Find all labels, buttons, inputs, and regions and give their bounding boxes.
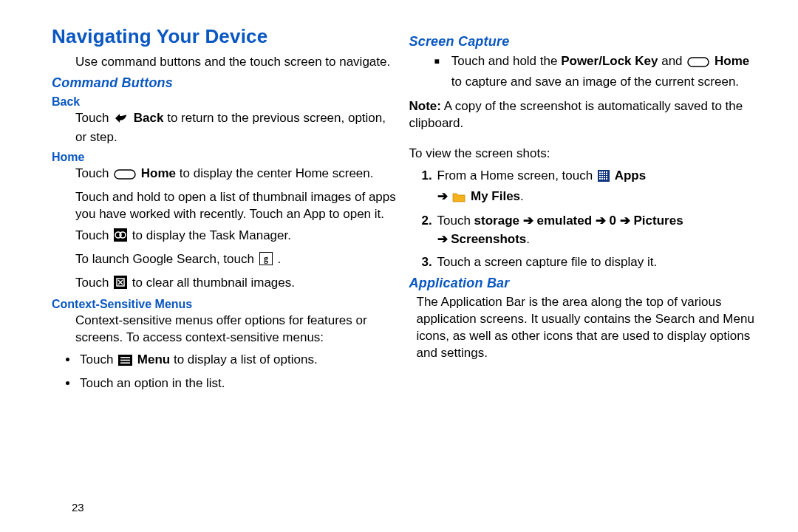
svg-rect-17 (601, 171, 603, 173)
arrow-icon: ➔ (437, 232, 448, 246)
text-fragment: to capture and save an image of the curr… (451, 75, 739, 89)
step-1: From a Home screen, touch Apps ➔ My File… (436, 167, 758, 208)
text-fragment: Touch and hold the (451, 54, 561, 68)
apps-grid-icon (598, 169, 610, 188)
step-3: Touch a screen capture file to display i… (436, 253, 758, 272)
text-fragment: to display the center Home screen. (180, 166, 374, 180)
text-bold: Home (715, 54, 749, 68)
text-bold: Power/Lock Key (561, 54, 658, 68)
text-bold: My Files (471, 189, 520, 203)
menu-icon (118, 353, 132, 372)
svg-rect-11 (120, 357, 130, 358)
text-bold: storage (474, 214, 519, 228)
text-bold: Apps (615, 168, 647, 183)
context-bullet-1: Touch Menu to display a list of options. (78, 351, 400, 372)
text-fragment: Touch (80, 352, 117, 366)
home-button-icon (114, 168, 136, 185)
heading-application-bar: Application Bar (409, 276, 758, 291)
svg-text:g: g (264, 253, 268, 264)
clear-all-icon (114, 276, 127, 294)
screen-capture-text: Touch and hold the Power/Lock Key and Ho… (451, 52, 757, 91)
application-bar-desc: The Application Bar is the area along th… (409, 294, 758, 362)
svg-rect-0 (115, 170, 135, 179)
google-search-icon: g (259, 252, 273, 270)
svg-rect-27 (606, 176, 607, 177)
svg-rect-18 (604, 171, 605, 173)
home-desc-2: Touch and hold to open a list of thumbna… (52, 189, 400, 223)
svg-rect-25 (601, 176, 603, 177)
step-2: Touch storage ➔ emulated ➔ 0 ➔ Pictures … (436, 212, 758, 248)
back-desc: Touch Back to return to the previous scr… (52, 110, 400, 146)
heading-screen-capture: Screen Capture (409, 34, 758, 50)
svg-rect-12 (120, 360, 130, 361)
note-text: Note: A copy of the screenshot is automa… (409, 98, 758, 132)
text-fragment: Touch (75, 166, 112, 180)
svg-rect-20 (599, 174, 601, 175)
screenshot-steps: From a Home screen, touch Apps ➔ My File… (409, 167, 758, 271)
text-bold: Pictures (634, 214, 683, 228)
arrow-icon: ➔ (596, 214, 606, 228)
svg-rect-21 (601, 174, 603, 175)
text-fragment: . (520, 189, 524, 203)
context-bullets: Touch Menu to display a list of options.… (52, 351, 400, 392)
context-bullet-2: Touch an option in the list. (78, 375, 400, 393)
text-fragment: to display a list of options. (174, 352, 318, 366)
heading-back: Back (52, 95, 400, 109)
svg-rect-29 (601, 178, 603, 180)
text-fragment: To launch Google Search, touch (75, 252, 258, 266)
text-fragment: Touch (75, 276, 112, 290)
home-desc-3: Touch to display the Task Manager. (52, 228, 400, 247)
text-bold: Back (134, 111, 164, 125)
svg-rect-14 (688, 58, 709, 66)
text-fragment: . (277, 252, 281, 266)
text-bold: 0 (610, 214, 616, 228)
svg-rect-28 (599, 178, 601, 180)
arrow-icon: ➔ (437, 189, 448, 203)
svg-rect-19 (606, 171, 607, 173)
screen-capture-step: ■ Touch and hold the Power/Lock Key and … (409, 52, 758, 91)
text-fragment: to display the Task Manager. (132, 228, 291, 242)
text-fragment: Touch (75, 111, 112, 125)
text-bold: Note: (409, 99, 441, 113)
square-bullet-icon: ■ (434, 55, 440, 94)
text-bold: Home (141, 166, 176, 180)
context-desc: Context-sensitive menus offer options fo… (52, 313, 400, 347)
back-arrow-icon (114, 112, 129, 129)
text-bold: Screenshots (451, 232, 526, 246)
arrow-icon: ➔ (620, 214, 630, 228)
heading-home: Home (52, 151, 400, 164)
text-fragment: From a Home screen, touch (437, 168, 596, 183)
text-fragment: to clear all thumbnail images. (132, 276, 295, 290)
home-desc-5: Touch to clear all thumbnail images. (52, 275, 400, 294)
arrow-icon: ➔ (523, 214, 533, 228)
svg-rect-24 (599, 176, 601, 177)
text-fragment: A copy of the screenshot is automaticall… (409, 99, 743, 130)
svg-rect-13 (120, 363, 130, 364)
home-desc-4: To launch Google Search, touch g . (52, 251, 400, 270)
svg-rect-30 (604, 178, 605, 180)
text-bold: emulated (536, 214, 592, 228)
intro-text: Use command buttons and the touch screen… (52, 54, 400, 71)
text-fragment: Touch (437, 214, 474, 228)
text-fragment: Touch (75, 228, 112, 242)
text-bold: Menu (137, 352, 170, 366)
page-title: Navigating Your Device (52, 25, 400, 48)
svg-rect-23 (606, 174, 607, 175)
view-intro: To view the screen shots: (409, 146, 758, 163)
svg-rect-16 (599, 171, 601, 173)
text-fragment: and (658, 54, 686, 68)
folder-icon (452, 190, 466, 208)
svg-rect-26 (604, 176, 605, 177)
home-button-icon (687, 55, 709, 73)
text-fragment: . (526, 232, 530, 246)
heading-context-menus: Context-Sensitive Menus (52, 298, 400, 311)
home-desc-1: Touch Home to display the center Home sc… (52, 166, 400, 185)
task-manager-icon (114, 228, 127, 247)
page-number: 23 (72, 501, 84, 514)
svg-rect-22 (604, 174, 605, 175)
svg-rect-31 (606, 178, 607, 180)
heading-command-buttons: Command Buttons (52, 75, 400, 91)
